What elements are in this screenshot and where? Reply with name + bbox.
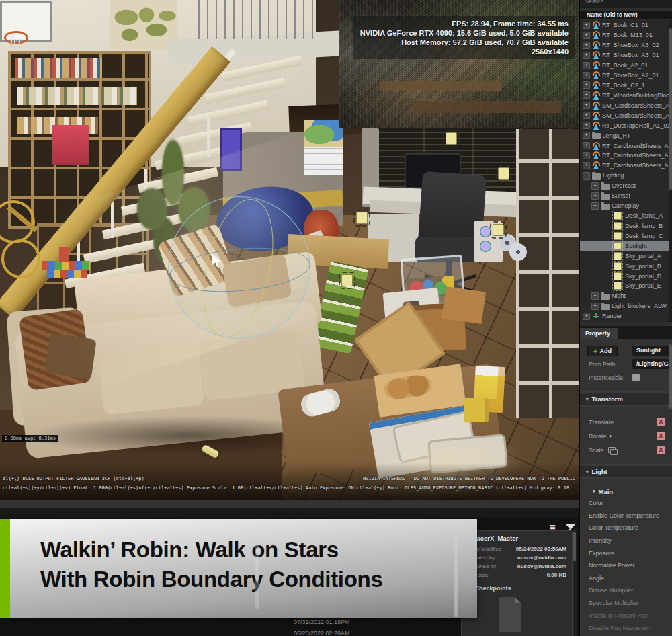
expander-icon[interactable]: +: [583, 62, 590, 69]
light-icon: [614, 272, 622, 280]
search-input[interactable]: Search: [580, 0, 672, 8]
stage-item-Overcast[interactable]: +Overcast: [580, 181, 669, 191]
stage-item-Sunlight[interactable]: Sunlight: [580, 241, 669, 251]
checkpoint-timestamps: 07/31/2022 01:18PM06/20/2022 02:20AM: [294, 617, 350, 636]
rotation-gizmo[interactable]: [168, 196, 310, 339]
stage-item-RT_CardboardSheets_A1[interactable]: +RT_CardboardSheets_A1: [580, 161, 669, 171]
light-field-normalize-power: Normalize Power: [580, 559, 672, 572]
stage-item-RT_CardboardSheets_A1[interactable]: +RT_CardboardSheets_A1: [580, 141, 669, 151]
expander-icon[interactable]: +: [583, 81, 590, 89]
checkpoint-file-icon[interactable]: [499, 597, 521, 632]
tab-property[interactable]: Property: [580, 328, 618, 339]
checkpoint-timestamp[interactable]: 06/20/2022 02:20AM: [294, 628, 350, 636]
prim-name-field[interactable]: Sunlight: [632, 346, 672, 356]
link-scale-icon[interactable]: [608, 447, 616, 453]
stage-item-RT_Book_A2_01[interactable]: +RT_Book_A2_01: [580, 61, 669, 71]
stage-item-Desk_lamp_A[interactable]: Desk_lamp_A: [580, 211, 669, 221]
expander-icon[interactable]: +: [583, 22, 590, 29]
scene-poster: [52, 125, 89, 165]
stage-item-Lighting[interactable]: −Lighting: [580, 171, 669, 181]
add-button[interactable]: + Add: [587, 346, 618, 356]
light-icon[interactable]: [341, 274, 353, 286]
stage-item-RT_Book_M13_01[interactable]: +RT_Book_M13_01: [580, 30, 669, 40]
prim-path-label: Prim Path: [589, 361, 616, 368]
light-field-angle: Angle: [580, 572, 672, 585]
expander-icon[interactable]: +: [583, 162, 590, 169]
stage-item-Desk_lamp_B[interactable]: Desk_lamp_B: [580, 221, 669, 231]
stage-item-Sky_portal_D[interactable]: Sky_portal_D: [580, 271, 669, 281]
property-tabbar: Property: [580, 326, 672, 339]
light-icon: [614, 222, 622, 230]
checkpoints-header[interactable]: ▾ Checkpoints: [462, 580, 572, 593]
checkpoint-timestamp[interactable]: 07/31/2022 01:18PM: [294, 617, 350, 628]
detail-scrollbar-thumb[interactable]: [573, 532, 576, 561]
expander-icon[interactable]: +: [583, 132, 590, 139]
chevron-down-icon[interactable]: ▾: [610, 434, 612, 439]
stage-item-Sky_portal_B[interactable]: Sky_portal_B: [580, 261, 669, 271]
stage-item-RT_Book_C1_01[interactable]: +RT_Book_C1_01: [580, 20, 669, 30]
stage-item-RT_DuctTapeRoll_A1_01[interactable]: +RT_DuctTapeRoll_A1_01: [580, 120, 669, 130]
light-icon[interactable]: [356, 212, 368, 224]
stage-item-RT_Book_C2_1[interactable]: +RT_Book_C2_1: [580, 81, 669, 91]
stage-item-Sky_portal_A[interactable]: Sky_portal_A: [580, 251, 669, 261]
stage-item-Light_blockers_ALW[interactable]: +Light_blockers_ALW: [580, 301, 669, 311]
remove-attribute-button[interactable]: X: [657, 418, 665, 426]
expander-icon[interactable]: +: [583, 142, 590, 149]
prim-path-field[interactable]: /Lighting/Ga: [632, 359, 672, 369]
stage-item-RT_ShoeBox_A3_02[interactable]: +RT_ShoeBox_A3_02: [580, 40, 669, 50]
section-light[interactable]: ▾ Light: [580, 464, 672, 479]
expander-icon[interactable]: +: [583, 102, 590, 109]
light-icon[interactable]: [498, 167, 509, 180]
expander-icon[interactable]: +: [583, 42, 590, 49]
stage-item-SM_CardboardSheets_A[interactable]: +SM_CardboardSheets_A: [580, 110, 669, 120]
expander-icon[interactable]: +: [591, 292, 599, 300]
viewport-bottom-gap: [0, 508, 579, 518]
stage-item-RT_ShoeBox_A2_01[interactable]: +RT_ShoeBox_A2_01: [580, 71, 669, 81]
pip-planter: [380, 81, 501, 91]
stage-item-label: Sky_portal_D: [625, 273, 661, 280]
section-transform[interactable]: ▾ Transform: [580, 391, 672, 407]
subsection-main[interactable]: ▾ Main: [580, 486, 672, 497]
stage-item-Jenga_RT[interactable]: +Jenga_RT: [580, 130, 669, 141]
stage-item-RT_ShoeBox_A3_01[interactable]: +RT_ShoeBox_A3_01: [580, 50, 669, 61]
filter-icon[interactable]: [566, 524, 575, 530]
stage-item-Sky_portal_E[interactable]: Sky_portal_E: [580, 281, 669, 291]
expander-icon[interactable]: +: [583, 52, 590, 59]
stage-item-label: Night: [612, 292, 626, 299]
expander-icon[interactable]: +: [591, 303, 599, 310]
mesh-icon: [592, 91, 600, 100]
expander-icon[interactable]: +: [583, 91, 590, 99]
light-icon[interactable]: [493, 224, 504, 236]
stage-item-SM_CardboardSheets_A[interactable]: +SM_CardboardSheets_A: [580, 100, 669, 110]
property-scrollbar-thumb[interactable]: [669, 344, 672, 409]
stage-item-Desk_lamp_C[interactable]: Desk_lamp_C: [580, 231, 669, 241]
stage-item-Night[interactable]: +Night: [580, 291, 669, 301]
remove-attribute-button[interactable]: X: [657, 432, 665, 440]
stage-item-Sunset[interactable]: +Sunset: [580, 191, 669, 201]
fps-readout: FPS: 28.94, Frame time: 34.55 ms: [360, 19, 569, 28]
expander-icon[interactable]: +: [583, 32, 590, 39]
sort-header[interactable]: Name (Old to New): [580, 11, 672, 19]
expander-icon[interactable]: +: [583, 313, 590, 320]
stage-item-label: Sky_portal_B: [625, 263, 661, 270]
stage-item-RT_WoodenBuildingBloc[interactable]: +RT_WoodenBuildingBloc: [580, 90, 669, 100]
stage-panel: Search Name (Old to New) +RT_Book_C1_01+…: [579, 0, 672, 636]
expander-icon[interactable]: +: [591, 182, 599, 190]
remove-attribute-button[interactable]: X: [657, 446, 665, 454]
instanceable-checkbox[interactable]: [632, 374, 640, 381]
stage-scrollbar-thumb[interactable]: [669, 28, 672, 190]
stage-item-Gameplay[interactable]: −Gameplay: [580, 201, 669, 211]
viewport-3d[interactable]: FPS: 28.94, Frame time: 34.55 ms NVIDIA …: [0, 0, 579, 518]
stage-item-RT_CardboardSheets_A[interactable]: +RT_CardboardSheets_A: [580, 151, 669, 161]
expander-icon[interactable]: −: [591, 202, 599, 210]
mesh-icon: [592, 81, 600, 89]
file-detail-header[interactable]: ▾ RacerX_Master: [462, 531, 572, 545]
expander-icon[interactable]: −: [583, 172, 590, 180]
expander-icon[interactable]: +: [583, 72, 590, 79]
expander-icon[interactable]: +: [583, 152, 590, 159]
stage-item-Render[interactable]: +Render: [580, 311, 669, 321]
expander-icon[interactable]: +: [583, 122, 590, 129]
light-icon[interactable]: [446, 132, 457, 145]
expander-icon[interactable]: +: [591, 192, 599, 200]
expander-icon[interactable]: +: [583, 112, 590, 119]
